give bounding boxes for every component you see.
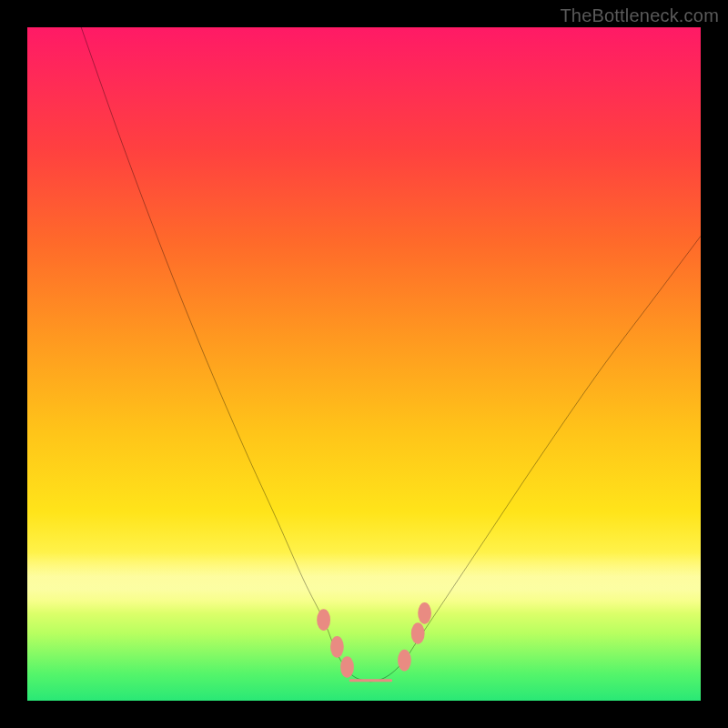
valley-marker	[330, 636, 344, 658]
valley-marker	[411, 622, 425, 644]
plot-area	[27, 27, 701, 701]
valley-marker	[340, 656, 354, 678]
valley-marker	[398, 650, 411, 672]
curve-layer	[27, 27, 701, 701]
chart-frame: TheBottleneck.com	[0, 0, 728, 728]
watermark-text: TheBottleneck.com	[560, 5, 719, 26]
valley-markers	[317, 602, 431, 681]
valley-marker	[317, 609, 330, 631]
valley-marker	[418, 602, 431, 624]
bottleneck-curve	[81, 27, 701, 682]
